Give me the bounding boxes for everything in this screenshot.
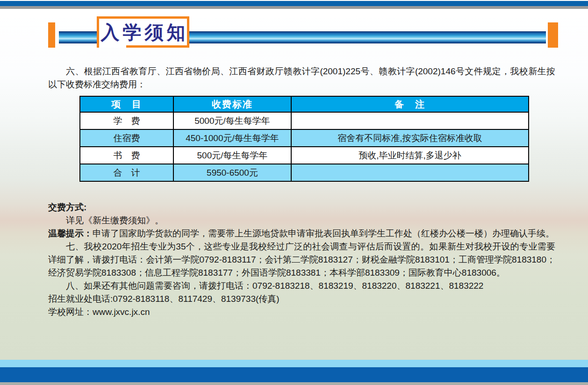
- payment-method-detail: 详见《新生缴费须知》。: [48, 214, 555, 227]
- fee-table-header-item: 项 目: [80, 96, 173, 112]
- fee-table-row-books: 书 费 500元/每生每学年 预收,毕业时结算,多退少补: [80, 147, 529, 164]
- fee-table-row-tuition: 学 费 5000元/每生每学年: [80, 112, 529, 129]
- consult-paragraph: 八、如果还有其他问题需要咨询，请拨打电话：0792-8183218、818321…: [48, 279, 555, 292]
- fee-standard-cell: 450-1000元/每生每学年: [173, 129, 291, 147]
- bottom-border-blue-bar: [0, 367, 588, 382]
- warm-tip-label: 温馨提示：: [48, 228, 93, 238]
- fee-item-cell: 住宿费: [80, 129, 173, 147]
- website-line: 学校网址：www.jxvc.jx.cn: [48, 306, 555, 319]
- top-border-blue-bar: [0, 1, 588, 6]
- brochure-page: 入学须知 六、根据江西省教育厅、江西省物价局、江西省财政厅赣教计字(2001)2…: [0, 0, 588, 385]
- page-content-area: 入学须知 六、根据江西省教育厅、江西省物价局、江西省财政厅赣教计字(2001)2…: [0, 11, 588, 360]
- warm-tip-text: 申请了国家助学货款的同学，需要带上生源地贷款申请审批表回执单到学生工作处（红楼办…: [93, 228, 554, 238]
- fee-item-cell: 合 计: [80, 164, 173, 181]
- fee-item-cell: 书 费: [80, 147, 173, 164]
- fee-intro-paragraph: 六、根据江西省教育厅、江西省物价局、江西省财政厅赣教计字(2001)225号、赣…: [48, 65, 555, 91]
- warm-tip-paragraph: 温馨提示：申请了国家助学货款的同学，需要带上生源地贷款申请审批表回执单到学生工作…: [48, 227, 555, 240]
- header-orange-accent-right: [548, 22, 558, 48]
- fee-table: 项 目 收费标准 备 注 学 费 5000元/每生每学年 住宿费 450-100…: [79, 96, 529, 182]
- fee-item-cell: 学 费: [80, 112, 173, 129]
- fee-table-row-total: 合 计 5950-6500元: [80, 164, 529, 181]
- header-orange-accent-left: [48, 22, 55, 48]
- majors-paragraph: 七、我校2020年招生专业为35个，这些专业是我校经过广泛的社会调查与评估后而设…: [48, 240, 555, 279]
- fee-note-cell: [291, 112, 529, 129]
- fee-standard-cell: 5000元/每生每学年: [173, 112, 291, 129]
- bottom-border-gray-bar: [0, 382, 588, 385]
- page-title-box: 入学须知: [97, 16, 189, 48]
- fee-table-header-row: 项 目 收费标准 备 注: [80, 96, 529, 112]
- header-blue-bar-right: [188, 31, 546, 43]
- admissions-phone-line: 招生就业处电话:0792-8183118、8117429、8139733(传真): [48, 292, 555, 306]
- notice-body: 六、根据江西省教育厅、江西省物价局、江西省财政厅赣教计字(2001)225号、赣…: [48, 65, 555, 319]
- fee-table-row-accommodation: 住宿费 450-1000元/每生每学年 宿舍有不同标准,按实际住宿标准收取: [80, 129, 529, 147]
- fee-table-header-standard: 收费标准: [173, 96, 291, 112]
- payment-section: 交费方式: 详见《新生缴费须知》。 温馨提示：申请了国家助学货款的同学，需要带上…: [48, 201, 555, 240]
- fee-note-cell: [291, 164, 529, 181]
- header-blue-bar-left: [59, 31, 97, 43]
- payment-method-label: 交费方式:: [48, 201, 555, 214]
- fee-note-cell: 预收,毕业时结算,多退少补: [291, 147, 529, 164]
- fee-note-cell: 宿舍有不同标准,按实际住宿标准收取: [291, 129, 529, 147]
- fee-standard-cell: 5950-6500元: [173, 164, 291, 181]
- top-border-gray-bar: [0, 6, 588, 9]
- page-title: 入学须知: [101, 23, 189, 42]
- bottom-border-lightblue-bar: [0, 360, 588, 367]
- fee-standard-cell: 500元/每生每学年: [173, 147, 291, 164]
- fee-table-header-note: 备 注: [291, 96, 529, 112]
